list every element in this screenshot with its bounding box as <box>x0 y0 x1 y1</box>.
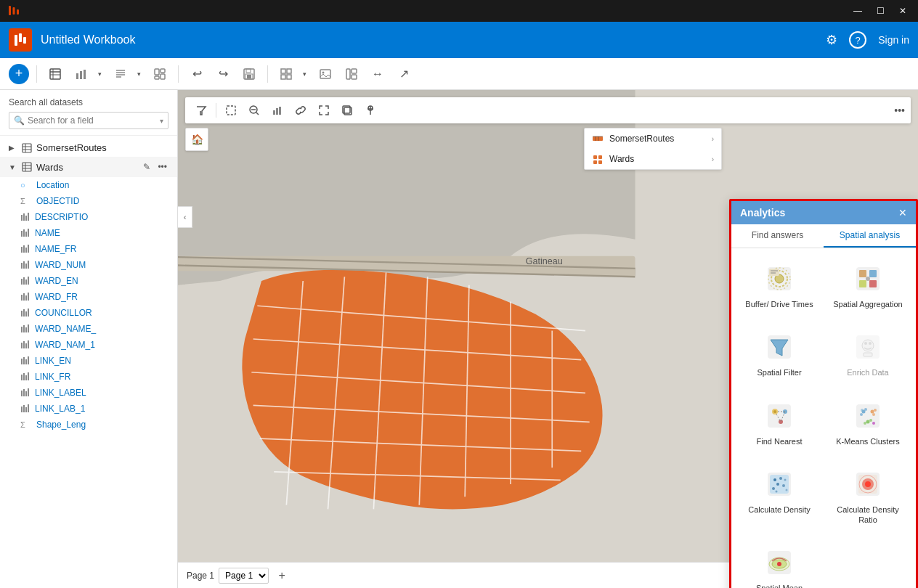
svg-rect-29 <box>320 70 330 78</box>
undo-button[interactable]: ↩ <box>186 63 208 85</box>
field-item-linken[interactable]: LINK_EN <box>0 353 177 369</box>
tab-spatial-analysis[interactable]: Spatial analysis <box>824 224 916 248</box>
search-input[interactable] <box>28 115 157 126</box>
analytics-item-spatial-filter[interactable]: Spatial Filter <box>739 324 820 385</box>
analytics-label-spatial-filter: Spatial Filter <box>757 367 801 377</box>
fit-button[interactable] <box>275 63 297 85</box>
field-item-shapeleng[interactable]: Σ Shape_Leng <box>0 417 177 433</box>
close-button[interactable]: ✕ <box>895 4 911 17</box>
zoom-out-map-button[interactable] <box>244 100 264 121</box>
duplicate-button[interactable] <box>337 100 357 121</box>
dashboard-button[interactable] <box>149 63 171 85</box>
svg-rect-50 <box>21 247 23 253</box>
more-dataset-button[interactable]: ••• <box>156 160 168 173</box>
data-source-button[interactable] <box>44 63 66 85</box>
analytics-item-k-means[interactable]: K-Means Clusters <box>827 393 909 454</box>
svg-point-146 <box>864 342 867 345</box>
field-name: LINK_LABEL <box>35 388 86 398</box>
field-item-name[interactable]: NAME <box>0 225 177 241</box>
analytics-label-spatial-aggregation: Spatial Aggregation <box>833 299 902 309</box>
text-button[interactable] <box>110 63 131 85</box>
analytics-item-calculate-density-ratio[interactable]: Calculate Density Ratio <box>827 461 909 533</box>
field-item-linklabel[interactable]: LINK_LABEL <box>0 385 177 401</box>
analytics-item-spatial-aggregation[interactable]: Spatial Aggregation <box>827 256 909 317</box>
svg-rect-47 <box>23 229 25 237</box>
svg-rect-44 <box>25 216 27 221</box>
field-item-linklab1[interactable]: LINK_LAB_1 <box>0 401 177 417</box>
analytics-item-calculate-density[interactable]: Calculate Density <box>739 461 820 533</box>
svg-rect-18 <box>161 69 165 73</box>
svg-rect-20 <box>155 76 159 79</box>
svg-rect-83 <box>23 373 25 380</box>
pin-button[interactable] <box>360 100 381 121</box>
enrich-data-icon <box>852 331 884 363</box>
field-item-descriptio[interactable]: DESCRIPTIO <box>0 209 177 225</box>
tab-find-answers[interactable]: Find answers <box>731 224 824 248</box>
search-dropdown-icon[interactable]: ▾ <box>160 117 163 125</box>
edit-dataset-button[interactable]: ✎ <box>142 160 152 173</box>
svg-rect-79 <box>23 357 25 364</box>
image-button[interactable] <box>314 63 336 85</box>
layer-item-somersetroutes[interactable]: SomersetRoutes › <box>585 128 721 149</box>
analytics-label-calculate-density: Calculate Density <box>748 505 811 515</box>
field-item-wardfr[interactable]: WARD_FR <box>0 289 177 305</box>
minimize-button[interactable]: — <box>849 4 866 17</box>
svg-point-174 <box>772 487 775 490</box>
field-item-location[interactable]: ○ Location <box>0 177 177 193</box>
map-home-button[interactable]: 🏠 <box>185 128 208 151</box>
maximize-button[interactable]: ☐ <box>872 4 889 17</box>
chart-button[interactable] <box>70 63 92 85</box>
fit-dropdown[interactable]: ▾ <box>298 63 310 85</box>
help-icon[interactable]: ? <box>849 31 866 49</box>
field-name: LINK_EN <box>35 356 71 366</box>
layout-button[interactable] <box>341 63 362 85</box>
select-button[interactable] <box>221 100 241 121</box>
chart-map-button[interactable] <box>267 100 288 121</box>
redo-button[interactable]: ↪ <box>212 63 234 85</box>
field-item-wardnam1[interactable]: WARD_NAM_1 <box>0 337 177 353</box>
sidebar-collapse-button[interactable]: ‹ <box>178 206 192 228</box>
save-button[interactable] <box>238 63 260 85</box>
svg-rect-65 <box>28 293 29 301</box>
analytics-close-button[interactable]: ✕ <box>898 207 907 219</box>
analytics-item-buffer[interactable]: Buffer/ Drive Times <box>739 256 820 317</box>
field-name: NAME_FR <box>35 244 76 254</box>
bar-type-icon <box>20 404 31 414</box>
dataset-item-somersetroutes[interactable]: ▶ SomersetRoutes <box>0 139 177 157</box>
text-dropdown[interactable]: ▾ <box>133 63 145 85</box>
dataset-item-wards[interactable]: ▼ Wards ✎ ••• <box>0 157 177 177</box>
page-select[interactable]: Page 1 <box>219 568 269 584</box>
svg-rect-85 <box>28 372 29 380</box>
svg-point-166 <box>869 419 872 422</box>
field-item-wardname[interactable]: WARD_NAME_ <box>0 321 177 337</box>
sidebar: Search all datasets 🔍 ▾ ▶ SomersetRoutes… <box>0 90 178 588</box>
add-page-button[interactable]: + <box>273 567 291 584</box>
layer-item-wards[interactable]: Wards › <box>585 149 721 169</box>
link-button[interactable] <box>291 100 311 121</box>
svg-rect-56 <box>25 264 27 269</box>
share-button[interactable]: ↗ <box>393 63 415 85</box>
svg-rect-60 <box>25 279 27 285</box>
sign-in-button[interactable]: Sign in <box>878 34 909 46</box>
field-item-linkfr[interactable]: LINK_FR <box>0 369 177 385</box>
svg-point-159 <box>864 408 867 411</box>
field-item-wardnum[interactable]: WARD_NUM <box>0 257 177 273</box>
bar-type-icon <box>20 276 31 286</box>
field-item-namefr[interactable]: NAME_FR <box>0 241 177 257</box>
new-button[interactable]: + <box>9 64 29 84</box>
find-nearest-icon <box>763 400 795 432</box>
field-item-councillor[interactable]: COUNCILLOR <box>0 305 177 321</box>
chart-dropdown[interactable]: ▾ <box>94 63 105 85</box>
field-item-objectid[interactable]: Σ OBJECTID <box>0 193 177 209</box>
filter-button[interactable] <box>191 100 211 121</box>
svg-point-163 <box>872 413 875 416</box>
field-item-warden[interactable]: WARD_EN <box>0 273 177 289</box>
svg-rect-124 <box>593 155 597 159</box>
analytics-item-find-nearest[interactable]: Find Nearest <box>739 393 820 454</box>
fullscreen-button[interactable] <box>314 100 334 121</box>
gear-icon[interactable]: ⚙ <box>826 32 837 48</box>
svg-rect-43 <box>23 213 25 221</box>
phone-button[interactable]: ↔ <box>367 63 389 85</box>
more-button[interactable]: ••• <box>894 105 905 116</box>
analytics-item-spatial-mean[interactable]: Spatial Mean <box>739 539 820 588</box>
